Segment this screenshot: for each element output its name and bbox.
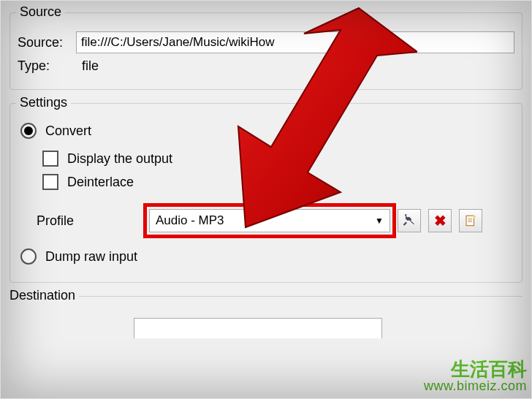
convert-radio-label: Convert <box>45 123 91 139</box>
svg-rect-0 <box>466 216 474 226</box>
source-row: Source: <box>18 31 514 53</box>
display-output-label: Display the output <box>67 151 172 167</box>
deinterlace-checkbox[interactable] <box>42 174 58 190</box>
new-profile-button[interactable] <box>459 209 482 232</box>
profile-dropdown[interactable]: Audio - MP3 ▼ <box>149 209 390 232</box>
deinterlace-row[interactable]: Deinterlace <box>42 174 514 190</box>
source-group-title: Source <box>16 4 65 20</box>
new-profile-icon <box>464 214 477 227</box>
source-group: Source Source: Type: file <box>10 12 522 90</box>
watermark: 生活百科 www.bimeiz.com <box>424 359 527 394</box>
settings-group: Settings Convert Display the output Dein… <box>10 103 522 283</box>
type-value: file <box>76 58 99 74</box>
type-label: Type: <box>18 58 76 74</box>
edit-profile-button[interactable] <box>398 209 421 232</box>
convert-radio[interactable] <box>20 123 37 139</box>
watermark-url: www.bimeiz.com <box>424 379 527 394</box>
dump-raw-radio-row[interactable]: Dump raw input <box>20 248 514 265</box>
source-input[interactable] <box>76 31 514 53</box>
delete-profile-button[interactable]: ✖ <box>428 209 452 232</box>
deinterlace-label: Deinterlace <box>67 175 134 190</box>
destination-group-title: Destination <box>10 288 79 303</box>
destination-input[interactable] <box>134 318 382 338</box>
type-row: Type: file <box>18 58 514 74</box>
source-label: Source: <box>18 35 76 50</box>
profile-dropdown-value: Audio - MP3 <box>156 213 224 228</box>
delete-icon: ✖ <box>434 212 446 229</box>
watermark-cn: 生活百科 <box>424 359 527 380</box>
destination-group: Destination <box>10 296 522 338</box>
dump-raw-radio-label: Dump raw input <box>45 249 137 265</box>
convert-radio-row[interactable]: Convert <box>20 123 514 139</box>
dump-raw-radio[interactable] <box>20 248 37 265</box>
destination-input-row <box>134 318 522 338</box>
chevron-down-icon: ▼ <box>375 216 384 226</box>
settings-group-title: Settings <box>16 95 71 110</box>
profile-label: Profile <box>18 213 149 229</box>
tools-icon <box>403 214 416 227</box>
display-output-row[interactable]: Display the output <box>42 151 514 167</box>
display-output-checkbox[interactable] <box>42 151 58 167</box>
convert-dialog: Source Source: Type: file Settings Conve… <box>0 0 532 399</box>
profile-row: Profile Audio - MP3 ▼ ✖ <box>18 209 514 232</box>
